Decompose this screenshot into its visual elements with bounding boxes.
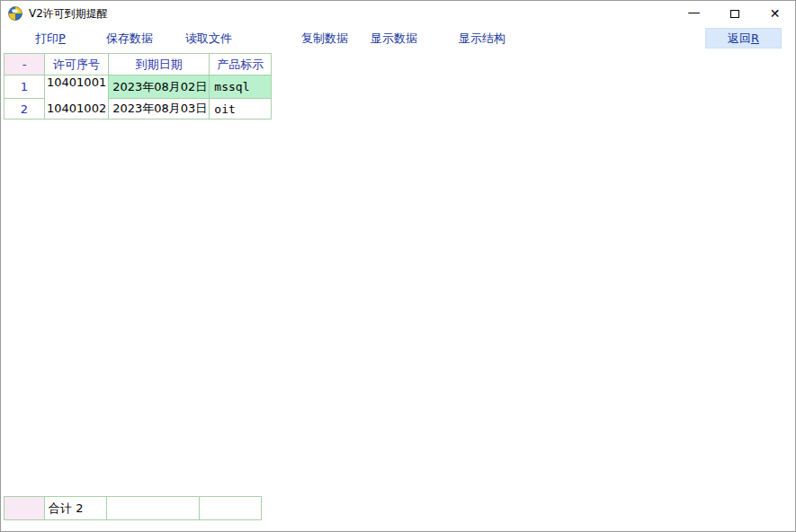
row-index-cell[interactable]: 2 [4,99,45,120]
window-title: V2许可到期提醒 [29,6,108,22]
total-count-cell: 合计 2 [45,497,107,520]
grid-header-serial: 许可序号 [45,54,109,75]
menu-item-save-data[interactable]: 保存数据 [106,31,153,47]
serial-cell[interactable]: 10401002 [45,99,109,120]
grid-header-product: 产品标示 [210,54,272,75]
product-cell[interactable]: oit [210,99,272,120]
serial-cell[interactable]: 10401001 [45,75,109,99]
menu-item-show-structure[interactable]: 显示结构 [459,31,505,47]
totals-grid: 合计 2 [4,496,262,520]
menu-item-print[interactable]: 打印P [35,31,66,47]
menu-item-copy-data[interactable]: 复制数据 [301,31,348,47]
titlebar: V2许可到期提醒 — ✕ [1,1,795,26]
window-controls: — ✕ [674,1,795,26]
expiry-cell[interactable]: 2023年08月03日 [109,99,210,120]
maximize-icon [730,10,739,18]
table-row: 2 10401002 2023年08月03日 oit [4,99,272,120]
grid-header-row: - 许可序号 到期日期 产品标示 [4,54,272,75]
minimize-button[interactable]: — [674,1,714,26]
close-icon: ✕ [770,6,781,21]
row-index-cell[interactable]: 1 [4,75,45,99]
grid-corner-header: - [4,54,45,75]
close-button[interactable]: ✕ [755,1,795,26]
totals-row: 合计 2 [4,497,262,520]
back-button[interactable]: 返回R [705,28,782,49]
menu-item-show-data[interactable]: 显示数据 [371,31,417,47]
product-cell[interactable]: mssql [210,75,272,99]
app-icon [8,6,23,21]
grid-header-expiry: 到期日期 [109,54,210,75]
expiry-cell[interactable]: 2023年08月02日 [109,75,210,99]
totals-empty-cell [200,497,262,520]
license-grid: - 许可序号 到期日期 产品标示 1 10401001 2023年08月02日 … [4,53,272,120]
maximize-button[interactable] [714,1,755,26]
app-window: V2许可到期提醒 — ✕ 打印P 保存数据 读取文件 复制数据 显示数据 显示结… [0,0,796,532]
minimize-icon: — [688,4,701,19]
table-row: 1 10401001 2023年08月02日 mssql [4,75,272,99]
totals-corner-cell [4,497,45,520]
totals-empty-cell [107,497,200,520]
menu-item-read-file[interactable]: 读取文件 [185,31,232,47]
toolbar: 打印P 保存数据 读取文件 复制数据 显示数据 显示结构 返回R [1,26,795,51]
